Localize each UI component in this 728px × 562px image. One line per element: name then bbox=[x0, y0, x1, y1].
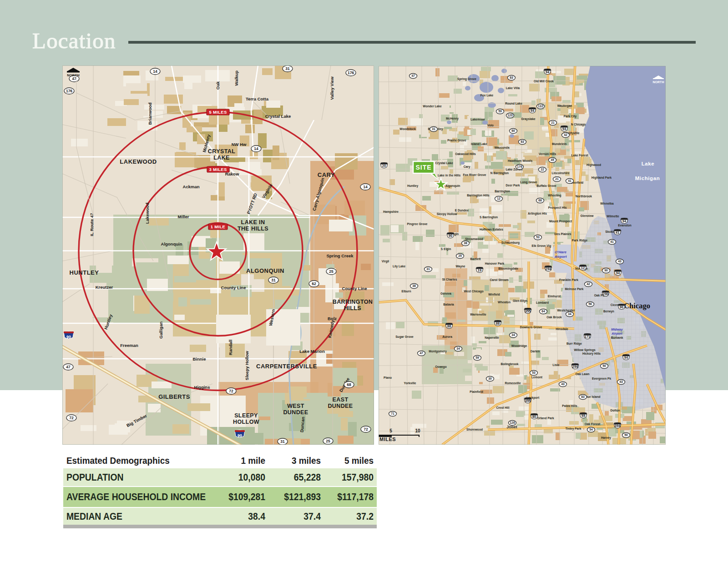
svg-text:Wayne: Wayne bbox=[455, 265, 465, 268]
svg-text:BARRINGTON: BARRINGTON bbox=[333, 299, 373, 305]
svg-text:Wonder Lake: Wonder Lake bbox=[423, 105, 442, 108]
svg-text:Miller: Miller bbox=[178, 214, 189, 219]
svg-text:Hampshire: Hampshire bbox=[383, 210, 399, 214]
svg-text:McHenry: McHenry bbox=[446, 117, 459, 120]
svg-text:94: 94 bbox=[546, 70, 550, 74]
svg-text:County Line: County Line bbox=[342, 286, 367, 291]
svg-text:MILES: MILES bbox=[379, 437, 396, 442]
svg-text:County Line: County Line bbox=[221, 285, 246, 290]
svg-text:Crystal Lake: Crystal Lake bbox=[265, 114, 291, 119]
svg-text:68: 68 bbox=[347, 382, 351, 387]
svg-text:Lisle: Lisle bbox=[552, 363, 559, 366]
svg-text:Palos Hills: Palos Hills bbox=[562, 404, 577, 407]
svg-text:12: 12 bbox=[497, 197, 500, 200]
svg-text:Westchester: Westchester bbox=[557, 309, 575, 312]
svg-text:47: 47 bbox=[66, 365, 71, 369]
svg-text:Winfield: Winfield bbox=[488, 293, 500, 296]
svg-text:Fox River Grove: Fox River Grove bbox=[463, 173, 486, 176]
svg-text:Glen Ellyn: Glen Ellyn bbox=[513, 299, 527, 303]
svg-text:94: 94 bbox=[531, 109, 535, 113]
svg-text:Barrington Hills: Barrington Hills bbox=[467, 194, 490, 197]
svg-text:Elburn: Elburn bbox=[402, 290, 411, 293]
svg-text:41: 41 bbox=[610, 240, 614, 243]
svg-text:Midway: Midway bbox=[611, 328, 623, 331]
svg-text:53: 53 bbox=[536, 236, 540, 239]
svg-text:Evergreen Pk: Evergreen Pk bbox=[592, 377, 611, 381]
svg-text:Lincolnshire: Lincolnshire bbox=[551, 171, 570, 175]
svg-text:5 MILES: 5 MILES bbox=[209, 110, 227, 115]
svg-text:E Dundee: E Dundee bbox=[455, 209, 469, 212]
svg-text:47: 47 bbox=[411, 74, 415, 77]
svg-text:31: 31 bbox=[432, 127, 435, 130]
svg-text:Hickory Hills: Hickory Hills bbox=[582, 352, 601, 356]
svg-text:Hoffman Estates: Hoffman Estates bbox=[480, 228, 503, 231]
svg-text:Darien: Darien bbox=[531, 350, 540, 353]
svg-text:Aurora: Aurora bbox=[442, 335, 452, 338]
svg-text:LAKE IN: LAKE IN bbox=[241, 219, 265, 226]
svg-text:42: 42 bbox=[586, 282, 590, 286]
svg-text:NORTH: NORTH bbox=[653, 80, 664, 84]
svg-text:Waukegan: Waukegan bbox=[557, 104, 572, 108]
svg-text:34: 34 bbox=[511, 333, 515, 336]
svg-text:68: 68 bbox=[538, 199, 542, 202]
svg-text:Old Mill Creek: Old Mill Creek bbox=[534, 80, 554, 83]
svg-text:Harvey: Harvey bbox=[601, 436, 611, 440]
svg-text:355: 355 bbox=[525, 399, 531, 403]
svg-text:Woodstock: Woodstock bbox=[399, 127, 416, 130]
svg-text:Batavia: Batavia bbox=[443, 303, 454, 306]
svg-text:Yorkville: Yorkville bbox=[404, 381, 416, 385]
svg-text:HILLS: HILLS bbox=[344, 305, 361, 311]
svg-text:31: 31 bbox=[426, 267, 430, 271]
svg-text:19: 19 bbox=[478, 268, 481, 272]
svg-text:Lake Villa: Lake Villa bbox=[506, 86, 520, 90]
svg-text:Schaumburg: Schaumburg bbox=[501, 241, 520, 245]
svg-text:53: 53 bbox=[532, 371, 536, 374]
svg-text:Wheeling: Wheeling bbox=[548, 194, 561, 197]
svg-text:Oak Lawn: Oak Lawn bbox=[575, 372, 589, 376]
svg-text:Mundelein: Mundelein bbox=[552, 142, 567, 146]
svg-text:Streamwood: Streamwood bbox=[465, 237, 483, 241]
svg-text:Lemont: Lemont bbox=[531, 376, 543, 379]
svg-text:Grayslake: Grayslake bbox=[521, 117, 536, 121]
svg-text:41: 41 bbox=[568, 179, 571, 182]
svg-text:Terra Cotta: Terra Cotta bbox=[246, 96, 269, 101]
svg-text:Island Lake: Island Lake bbox=[471, 142, 487, 146]
svg-text:Winnetka: Winnetka bbox=[600, 202, 614, 205]
svg-text:Valley View: Valley View bbox=[329, 76, 334, 100]
svg-text:DUNDEE: DUNDEE bbox=[283, 409, 308, 416]
svg-text:31: 31 bbox=[271, 278, 276, 282]
svg-text:90: 90 bbox=[238, 433, 242, 438]
svg-text:SITE: SITE bbox=[415, 164, 431, 171]
svg-text:Highwood: Highwood bbox=[586, 163, 601, 167]
svg-text:DUNDEE: DUNDEE bbox=[328, 403, 353, 409]
svg-text:90: 90 bbox=[449, 234, 452, 238]
svg-text:WEST: WEST bbox=[287, 403, 304, 409]
svg-text:Huntley: Huntley bbox=[407, 184, 419, 188]
svg-text:Deer Park: Deer Park bbox=[506, 184, 520, 187]
svg-text:Walkup: Walkup bbox=[234, 70, 239, 86]
svg-text:88: 88 bbox=[447, 324, 451, 328]
svg-text:Chicago: Chicago bbox=[624, 301, 650, 310]
svg-text:S Elgin: S Elgin bbox=[441, 247, 451, 251]
svg-text:31: 31 bbox=[280, 439, 285, 444]
svg-text:Michigan: Michigan bbox=[635, 176, 660, 181]
svg-text:10: 10 bbox=[415, 428, 420, 433]
svg-text:Sugar Grove: Sugar Grove bbox=[395, 335, 414, 339]
svg-text:Lily Lake: Lily Lake bbox=[393, 265, 406, 268]
svg-text:38: 38 bbox=[412, 284, 416, 287]
svg-text:HUNTLEY: HUNTLEY bbox=[70, 269, 99, 276]
svg-text:294: 294 bbox=[572, 365, 578, 369]
svg-text:94: 94 bbox=[624, 356, 628, 360]
svg-text:50: 50 bbox=[624, 433, 628, 437]
svg-text:Elmhurst: Elmhurst bbox=[548, 295, 561, 298]
svg-text:34: 34 bbox=[456, 347, 460, 350]
svg-text:Fox Lake: Fox Lake bbox=[480, 94, 494, 97]
svg-text:14: 14 bbox=[254, 146, 258, 151]
svg-text:22: 22 bbox=[541, 168, 544, 171]
svg-text:Willow Springs: Willow Springs bbox=[574, 348, 596, 352]
svg-text:Oak Brook: Oak Brook bbox=[546, 316, 562, 319]
svg-text:90: 90 bbox=[66, 335, 71, 339]
svg-text:Rakow: Rakow bbox=[225, 171, 239, 176]
svg-text:Prairie Grove: Prairie Grove bbox=[447, 139, 466, 142]
svg-text:31: 31 bbox=[285, 66, 290, 71]
